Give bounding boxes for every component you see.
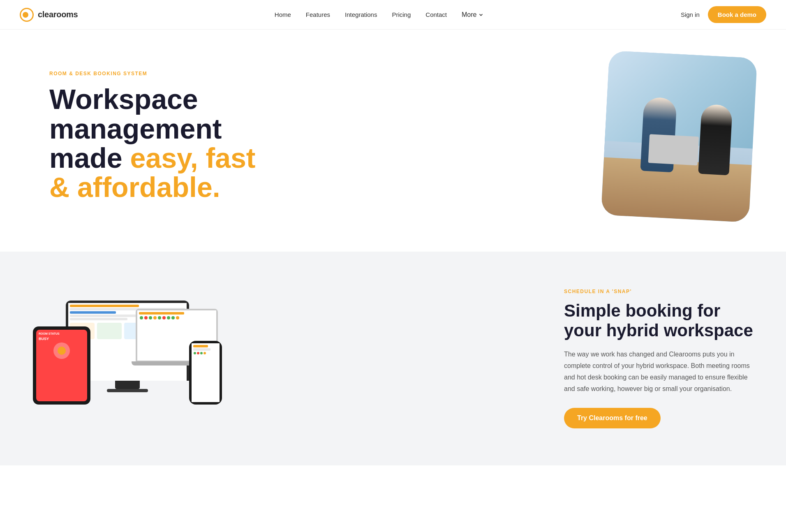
- nav-more-dropdown[interactable]: More: [462, 11, 484, 19]
- tablet-screen: Room Status BUSY: [36, 330, 87, 401]
- office-scene: [601, 51, 757, 222]
- logo-link[interactable]: clearooms: [20, 8, 78, 22]
- nav-features[interactable]: Features: [306, 11, 330, 18]
- hero-image: [601, 51, 757, 222]
- section2-headline: Simple booking foryour hybrid workspace: [564, 301, 753, 341]
- hero-headline: Workspacemanagementmade easy, fast & aff…: [49, 85, 280, 202]
- nav-actions: Sign in Book a demo: [681, 6, 766, 23]
- phone-mockup: [189, 341, 222, 405]
- monitor-stand: [115, 381, 140, 389]
- laptop-prop: [648, 134, 699, 165]
- nav-more-label: More: [462, 11, 476, 19]
- chevron-down-icon: [478, 12, 484, 18]
- book-demo-button[interactable]: Book a demo: [708, 6, 766, 23]
- nav-pricing[interactable]: Pricing: [392, 11, 411, 18]
- phone-screen: [192, 343, 220, 402]
- monitor-base: [107, 389, 148, 392]
- sign-in-link[interactable]: Sign in: [681, 11, 700, 18]
- logo-icon: [20, 8, 34, 22]
- nav-home[interactable]: Home: [275, 11, 291, 18]
- office-window: [605, 51, 757, 149]
- nav-contact[interactable]: Contact: [425, 11, 447, 18]
- section2-eyebrow: SCHEDULE IN A 'SNAP': [564, 289, 753, 294]
- person-2: [698, 104, 733, 176]
- hero-section: ROOM & DESK BOOKING SYSTEM Workspacemana…: [0, 30, 786, 252]
- section2-content: SCHEDULE IN A 'SNAP' Simple booking fory…: [564, 289, 753, 429]
- hero-content: ROOM & DESK BOOKING SYSTEM Workspacemana…: [49, 71, 280, 202]
- section2-body: The way we work has changed and Clearoom…: [564, 349, 753, 395]
- cta-try-free-button[interactable]: Try Clearooms for free: [564, 408, 661, 428]
- hero-eyebrow: ROOM & DESK BOOKING SYSTEM: [49, 71, 280, 76]
- tablet-mockup: Room Status BUSY: [33, 326, 90, 405]
- devices-mockup: Room Status BUSY: [25, 301, 230, 417]
- nav-links: Home Features Integrations Pricing Conta…: [275, 11, 484, 19]
- logo-text: clearooms: [38, 10, 78, 19]
- section2: Room Status BUSY: [0, 252, 786, 465]
- nav-integrations[interactable]: Integrations: [345, 11, 377, 18]
- hero-image-wrap: [605, 54, 753, 219]
- navbar: clearooms Home Features Integrations Pri…: [0, 0, 786, 30]
